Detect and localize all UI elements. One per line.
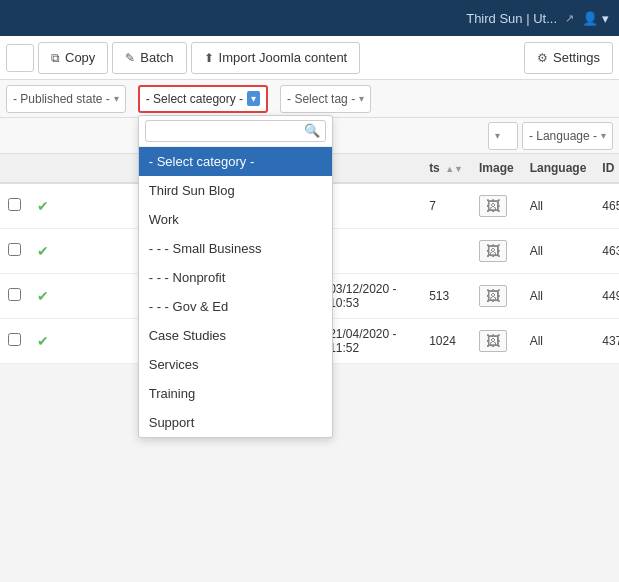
batch-icon: ✎ (125, 51, 135, 65)
import-icon: ⬆ (204, 51, 214, 65)
row-image: 🖼 (471, 274, 522, 319)
row-status: ✔ (29, 183, 57, 229)
row-modified (321, 229, 421, 274)
hits-sort-icon: ▲▼ (445, 164, 463, 174)
category-filter-label: - Select category - (146, 92, 243, 106)
settings-icon: ⚙ (537, 51, 548, 65)
image-icon: 🖼 (479, 285, 507, 307)
user-chevron-icon: ▾ (602, 11, 609, 26)
row-modified (321, 183, 421, 229)
category-search-bar: 🔍 (139, 116, 332, 147)
col-id[interactable]: ID ▲▼ (594, 154, 619, 183)
row-checkbox-input[interactable] (8, 243, 21, 256)
col-modified (321, 154, 421, 183)
row-language: All (522, 319, 595, 364)
image-icon: 🖼 (479, 330, 507, 352)
filter-bar-1: - Published state - ▾ - Select category … (0, 80, 619, 118)
external-link-icon: ↗ (565, 12, 574, 25)
tag-filter-label: - Select tag - (287, 92, 355, 106)
sort-filter[interactable]: ▾ (488, 122, 518, 150)
toolbar: ⧉ Copy ✎ Batch ⬆ Import Joomla content ⚙… (0, 36, 619, 80)
tag-filter-arrow: ▾ (359, 93, 364, 104)
status-icon: ✔ (37, 288, 49, 304)
tag-filter[interactable]: - Select tag - ▾ (280, 85, 371, 113)
select-all-checkbox[interactable] (6, 44, 34, 72)
status-icon: ✔ (37, 198, 49, 214)
row-status: ✔ (29, 229, 57, 274)
category-dropdown-item[interactable]: Third Sun Blog (139, 176, 332, 205)
category-search-input[interactable] (145, 120, 326, 142)
row-checkbox-input[interactable] (8, 198, 21, 211)
category-dropdown-item[interactable]: Work (139, 205, 332, 234)
status-icon: ✔ (37, 243, 49, 259)
row-status: ✔ (29, 274, 57, 319)
status-icon: ✔ (37, 333, 49, 349)
row-hits: 513 (421, 274, 471, 319)
category-dropdown-item[interactable]: Training (139, 379, 332, 408)
row-hits (421, 229, 471, 274)
row-language: All (522, 183, 595, 229)
col-hits[interactable]: ts ▲▼ (421, 154, 471, 183)
row-language: All (522, 274, 595, 319)
col-language: Language (522, 154, 595, 183)
user-menu[interactable]: 👤 ▾ (582, 11, 609, 26)
row-modified: 21/04/2020 - 11:52 (321, 319, 421, 364)
category-dropdown-item[interactable]: Support (139, 408, 332, 437)
status-filter[interactable]: - Published state - ▾ (6, 85, 126, 113)
row-hits: 7 (421, 183, 471, 229)
row-checkbox[interactable] (0, 183, 29, 229)
category-filter-container: - Select category - ▾ 🔍 - Select categor… (138, 85, 268, 113)
col-checkbox (0, 154, 29, 183)
row-modified: 03/12/2020 - 10:53 (321, 274, 421, 319)
col-image: Image (471, 154, 522, 183)
status-filter-label: - Published state - (13, 92, 110, 106)
image-icon: 🖼 (479, 195, 507, 217)
settings-button[interactable]: ⚙ Settings (524, 42, 613, 74)
row-image: 🖼 (471, 183, 522, 229)
row-id: 463 (594, 229, 619, 274)
language-filter-label: - Language - (529, 129, 597, 143)
sort-arrow: ▾ (495, 130, 500, 141)
category-dropdown-item[interactable]: - - - Small Business (139, 234, 332, 263)
row-checkbox-input[interactable] (8, 288, 21, 301)
category-filter[interactable]: - Select category - ▾ (138, 85, 268, 113)
category-dropdown-item[interactable]: - - - Nonprofit (139, 263, 332, 292)
site-title: Third Sun | Ut... (466, 11, 557, 26)
row-checkbox[interactable] (0, 229, 29, 274)
col-status (29, 154, 57, 183)
language-filter-arrow: ▾ (601, 130, 606, 141)
copy-button[interactable]: ⧉ Copy (38, 42, 108, 74)
top-bar: Third Sun | Ut... ↗ 👤 ▾ (0, 0, 619, 36)
row-checkbox[interactable] (0, 319, 29, 364)
row-checkbox[interactable] (0, 274, 29, 319)
row-checkbox-input[interactable] (8, 333, 21, 346)
row-image: 🖼 (471, 319, 522, 364)
row-image: 🖼 (471, 229, 522, 274)
category-dropdown-item[interactable]: Services (139, 350, 332, 379)
status-filter-arrow: ▾ (114, 93, 119, 104)
category-dropdown-item[interactable]: Case Studies (139, 321, 332, 350)
row-status: ✔ (29, 319, 57, 364)
category-filter-arrow: ▾ (247, 91, 260, 106)
copy-icon: ⧉ (51, 51, 60, 65)
row-id: 465 (594, 183, 619, 229)
user-icon: 👤 (582, 11, 598, 26)
category-dropdown-items: - Select category -Third Sun BlogWork- -… (139, 147, 332, 437)
category-dropdown-item[interactable]: - Select category - (139, 147, 332, 176)
image-icon: 🖼 (479, 240, 507, 262)
row-id: 437 (594, 319, 619, 364)
batch-button[interactable]: ✎ Batch (112, 42, 186, 74)
category-dropdown-menu: 🔍 - Select category -Third Sun BlogWork-… (138, 115, 333, 438)
import-button[interactable]: ⬆ Import Joomla content (191, 42, 361, 74)
row-language: All (522, 229, 595, 274)
language-filter[interactable]: - Language - ▾ (522, 122, 613, 150)
row-id: 449 (594, 274, 619, 319)
search-icon: 🔍 (304, 123, 320, 138)
row-hits: 1024 (421, 319, 471, 364)
category-dropdown-item[interactable]: - - - Gov & Ed (139, 292, 332, 321)
